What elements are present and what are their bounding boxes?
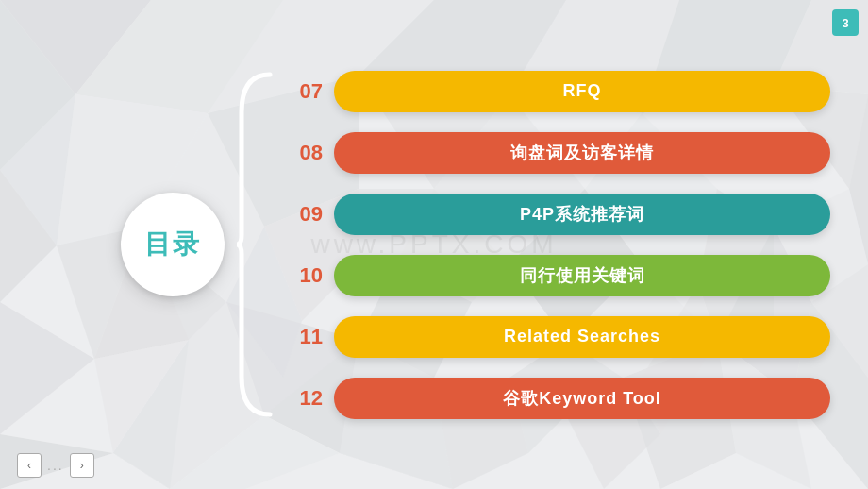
prev-icon: ‹ <box>27 459 31 472</box>
item-bar-10: 同行使用关键词 <box>334 255 830 296</box>
item-label-10: 同行使用关键词 <box>520 264 645 287</box>
next-icon: › <box>80 459 84 472</box>
item-number-12: 12 <box>283 386 323 411</box>
prev-button[interactable]: ‹ <box>17 453 42 478</box>
slide-number: 3 <box>832 9 859 36</box>
menu-items-container: 07 RFQ 08 询盘词及访客详情 09 P4P系统推荐词 10 同行使用关键… <box>283 65 830 424</box>
slide: 3 www.PPTX.COM 目录 07 RFQ 08 询盘词及访客详情 09 … <box>0 0 868 489</box>
item-label-09: P4P系统推荐词 <box>520 203 644 226</box>
menu-item-09: 09 P4P系统推荐词 <box>283 188 830 240</box>
bottom-nav: ‹ ... › <box>17 453 94 478</box>
item-number-09: 09 <box>283 202 323 227</box>
menu-item-07: 07 RFQ <box>283 65 830 117</box>
item-bar-09: P4P系统推荐词 <box>334 194 830 235</box>
item-number-08: 08 <box>283 141 323 165</box>
item-label-07: RFQ <box>563 81 602 101</box>
menu-item-11: 11 Related Searches <box>283 311 830 363</box>
next-button[interactable]: › <box>70 453 94 478</box>
item-label-11: Related Searches <box>504 327 660 346</box>
item-number-11: 11 <box>283 325 323 349</box>
menu-item-10: 10 同行使用关键词 <box>283 249 830 301</box>
item-bar-12: 谷歌Keyword Tool <box>334 378 830 419</box>
nav-dots: ... <box>47 458 64 473</box>
menu-item-12: 12 谷歌Keyword Tool <box>283 372 830 424</box>
item-number-10: 10 <box>283 263 323 288</box>
item-bar-08: 询盘词及访客详情 <box>334 132 830 174</box>
item-label-12: 谷歌Keyword Tool <box>503 387 661 410</box>
center-circle: 目录 <box>121 193 225 296</box>
item-bar-07: RFQ <box>334 71 830 112</box>
circle-label: 目录 <box>144 227 201 262</box>
bracket-icon <box>232 65 279 424</box>
item-bar-11: Related Searches <box>334 316 830 358</box>
item-number-07: 07 <box>283 79 323 104</box>
menu-item-08: 08 询盘词及访客详情 <box>283 126 830 178</box>
item-label-08: 询盘词及访客详情 <box>510 142 654 164</box>
